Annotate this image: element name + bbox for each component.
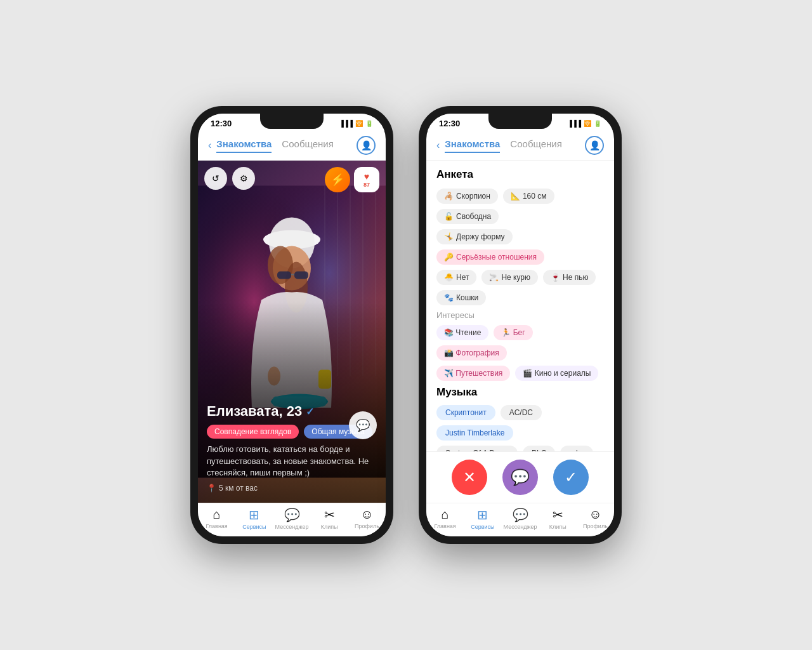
music-title: Музыка bbox=[436, 386, 604, 399]
nav-tabs-right: Знакомства Сообщения bbox=[445, 138, 585, 153]
chip-aha: a-ha bbox=[560, 446, 593, 451]
clips-icon-r: ✂ bbox=[553, 507, 563, 522]
notch-right bbox=[488, 114, 552, 129]
home-icon: ⌂ bbox=[213, 507, 221, 522]
drinking-icon: 🍷 bbox=[551, 273, 560, 282]
zodiac-icon: 🦂 bbox=[444, 192, 454, 201]
chip-soad: System Of A Down bbox=[436, 446, 518, 451]
tab-messenger-right[interactable]: 💬 Мессенджер bbox=[501, 507, 539, 530]
back-button-left[interactable]: ‹ bbox=[208, 140, 211, 151]
anketa-chips-row1: 🦂 Скорпион 📐 160 см 🔓 Свободна bbox=[436, 189, 604, 224]
chip-smoking: 🚬 Не курю bbox=[481, 270, 538, 285]
chip-running: 🏃 Бег bbox=[494, 325, 532, 340]
pets-icon: 🐾 bbox=[444, 293, 454, 302]
like-btn[interactable]: ✓ bbox=[553, 460, 589, 495]
phone-left: 12:30 ▐▐▐ 🛜 🔋 ‹ Знакомства Сообщения 👤 bbox=[190, 106, 393, 544]
tab-messages-left[interactable]: Сообщения bbox=[282, 138, 333, 153]
profile-icon-left[interactable]: 👤 bbox=[357, 136, 376, 155]
chip-kids: 🐣 Нет bbox=[436, 270, 476, 285]
clips-icon: ✂ bbox=[324, 507, 335, 522]
tab-services-left[interactable]: ⊞ Сервисы bbox=[235, 507, 273, 530]
signal-icon-r: ▐▐▐ bbox=[568, 120, 581, 127]
time-left: 12:30 bbox=[211, 119, 232, 128]
interests-subtitle: Интересы bbox=[436, 310, 604, 320]
tab-dating-left[interactable]: Знакомства bbox=[216, 138, 272, 153]
chat-bubble-btn[interactable]: 💬 bbox=[349, 411, 377, 439]
tab-clips-left[interactable]: ✂ Клипы bbox=[311, 507, 348, 530]
tab-clips-right[interactable]: ✂ Клипы bbox=[539, 507, 577, 530]
tab-services-label-r: Сервисы bbox=[471, 524, 494, 530]
action-bar: ✕ 💬 ✓ bbox=[426, 451, 614, 503]
tab-home-right[interactable]: ⌂ Главная bbox=[426, 507, 464, 530]
tab-dating-right[interactable]: Знакомства bbox=[445, 138, 500, 153]
goals-icon: 🔑 bbox=[444, 253, 454, 262]
tab-home-label: Главная bbox=[206, 523, 227, 529]
profile-tab-icon: ☺ bbox=[360, 507, 373, 522]
nav-bar-left: ‹ Знакомства Сообщения 👤 bbox=[198, 131, 386, 161]
chip-acdc: AC/DC bbox=[501, 405, 542, 420]
tab-clips-label: Клипы bbox=[321, 524, 338, 530]
card-image: ↺ ⚙ ⚡ ♥ 87 Елизавата, 23 ✓ Совпаден bbox=[198, 161, 386, 503]
tab-messenger-left[interactable]: 💬 Мессенджер bbox=[273, 507, 310, 530]
services-icon: ⊞ bbox=[249, 507, 259, 522]
chip-plc: PLC bbox=[523, 446, 555, 451]
chip-drinking: 🍷 Не пью bbox=[543, 270, 596, 285]
chip-cinema: 🎬 Кино и сериалы bbox=[515, 366, 598, 381]
chip-photo: 📸 Фотография bbox=[436, 345, 507, 361]
reject-btn[interactable]: ✕ bbox=[452, 460, 487, 495]
home-icon-r: ⌂ bbox=[442, 507, 449, 522]
tab-profile-left[interactable]: ☺ Профиль bbox=[348, 507, 386, 530]
status-icons-right: ▐▐▐ 🛜 🔋 bbox=[568, 120, 601, 127]
tab-services-label: Сервисы bbox=[242, 524, 266, 530]
tab-messenger-label-r: Мессенджер bbox=[504, 524, 537, 530]
chip-height: 📐 160 см bbox=[503, 189, 554, 204]
messenger-icon-r: 💬 bbox=[513, 507, 528, 522]
status-icon: 🔓 bbox=[444, 212, 454, 221]
chip-timberlake: Justin Timberlake bbox=[436, 425, 513, 441]
chip-goals: 🔑 Серьёзные отношения bbox=[436, 249, 544, 265]
tab-messenger-label: Мессенджер bbox=[275, 524, 309, 530]
profile-tab-icon-r: ☺ bbox=[589, 507, 601, 522]
battery-icon: 🔋 bbox=[365, 120, 373, 127]
height-icon: 📐 bbox=[511, 192, 520, 201]
anketa-title: Анкета bbox=[436, 168, 604, 181]
smoking-icon: 🚬 bbox=[489, 273, 499, 282]
music-section: Музыка Скриптонит AC/DC Justin Timberlak… bbox=[436, 386, 604, 451]
tab-clips-label-r: Клипы bbox=[549, 524, 566, 530]
wifi-icon: 🛜 bbox=[355, 120, 363, 127]
verified-badge: ✓ bbox=[306, 406, 314, 418]
interests-row1: 📚 Чтение 🏃 Бег 📸 Фотография bbox=[436, 325, 604, 361]
messenger-icon: 💬 bbox=[284, 507, 300, 522]
profile-icon-right[interactable]: 👤 bbox=[585, 136, 604, 155]
card-area: ↺ ⚙ ⚡ ♥ 87 Елизавата, 23 ✓ Совпаден bbox=[198, 161, 386, 503]
tab-bar-left: ⌂ Главная ⊞ Сервисы 💬 Мессенджер ✂ Клипы… bbox=[198, 503, 386, 536]
interests-row2: ✈️ Путешествия 🎬 Кино и сериалы bbox=[436, 366, 604, 381]
tab-home-label-r: Главная bbox=[434, 523, 455, 529]
notch-left bbox=[260, 114, 324, 129]
fitness-icon: 🤸 bbox=[444, 232, 454, 241]
chip-scriptonit: Скриптонит bbox=[436, 405, 495, 420]
tab-profile-label-r: Профиль bbox=[583, 523, 608, 529]
status-icons-left: ▐▐▐ 🛜 🔋 bbox=[339, 120, 373, 127]
services-icon-r: ⊞ bbox=[477, 507, 488, 522]
chat-btn[interactable]: 💬 bbox=[502, 460, 538, 495]
tab-messages-right[interactable]: Сообщения bbox=[510, 138, 561, 153]
tab-profile-right[interactable]: ☺ Профиль bbox=[577, 507, 614, 530]
anketa-chips-row2: 🤸 Держу форму 🔑 Серьёзные отношения bbox=[436, 229, 604, 265]
chip-status: 🔓 Свободна bbox=[436, 209, 499, 224]
phone-right: 12:30 ▐▐▐ 🛜 🔋 ‹ Знакомства Сообщения 👤 А… bbox=[419, 106, 622, 544]
tab-bar-right: ⌂ Главная ⊞ Сервисы 💬 Мессенджер ✂ Клипы… bbox=[426, 503, 614, 536]
music-row2: System Of A Down PLC a-ha bbox=[436, 446, 604, 451]
chip-reading: 📚 Чтение bbox=[436, 325, 488, 340]
tab-profile-label: Профиль bbox=[355, 523, 379, 529]
card-description: Люблю готовить, кататься на борде и путе… bbox=[207, 444, 377, 479]
card-location: 📍 5 км от вас bbox=[207, 484, 377, 493]
tag-views: Совпадение взглядов bbox=[207, 425, 299, 439]
nav-bar-right: ‹ Знакомства Сообщения 👤 bbox=[426, 131, 614, 161]
back-button-right[interactable]: ‹ bbox=[436, 140, 440, 151]
signal-icon: ▐▐▐ bbox=[339, 120, 353, 127]
tab-services-right[interactable]: ⊞ Сервисы bbox=[464, 507, 501, 530]
tab-home-left[interactable]: ⌂ Главная bbox=[198, 507, 235, 530]
anketa-chips-row3: 🐣 Нет 🚬 Не курю 🍷 Не пью bbox=[436, 270, 604, 285]
chip-pets: 🐾 Кошки bbox=[436, 290, 486, 305]
